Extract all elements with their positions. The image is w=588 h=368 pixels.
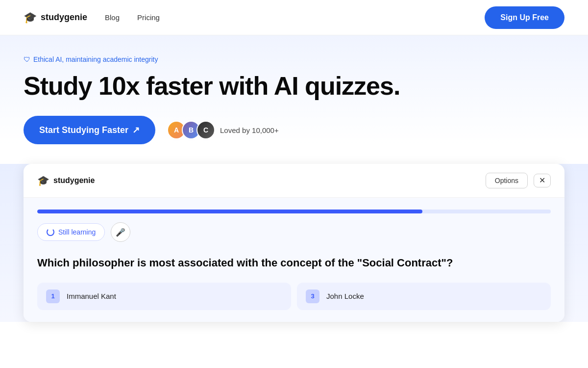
answer-text-3: John Locke <box>326 292 364 300</box>
nav-link-pricing[interactable]: Pricing <box>137 13 160 22</box>
card-body: Still learning 🎤 Which philosopher is mo… <box>24 198 564 322</box>
card-actions: Options ✕ <box>486 173 551 188</box>
avatars-group: A B C <box>167 121 215 139</box>
answer-grid: 1 Immanuel Kant 3 John Locke <box>37 283 551 310</box>
options-button[interactable]: Options <box>486 173 528 188</box>
question-text: Which philosopher is most associated wit… <box>37 256 551 271</box>
answer-option-3[interactable]: 3 John Locke <box>297 283 551 310</box>
answer-num-3: 3 <box>306 289 319 303</box>
start-studying-button[interactable]: Start Studying Faster ↗ <box>24 116 155 144</box>
start-studying-label: Start Studying Faster <box>39 125 128 135</box>
signup-button[interactable]: Sign Up Free <box>485 6 564 29</box>
answer-text-1: Immanuel Kant <box>67 292 116 300</box>
hero-title: Study 10x faster with AI quizzes. <box>24 72 564 100</box>
logo-text: studygenie <box>41 12 87 23</box>
loved-row: A B C Loved by 10,000+ <box>167 121 279 139</box>
ethics-badge: 🛡 Ethical AI, maintaining academic integ… <box>24 55 158 63</box>
answer-option-1[interactable]: 1 Immanuel Kant <box>37 283 291 310</box>
spin-icon <box>47 228 54 236</box>
card-logo-icon: 🎓 <box>37 175 49 186</box>
hero-cta-row: Start Studying Faster ↗ A B C Loved by 1… <box>24 116 564 144</box>
progress-bar-fill <box>37 210 422 213</box>
ethics-badge-text: Ethical AI, maintaining academic integri… <box>33 55 158 63</box>
mic-button[interactable]: 🎤 <box>111 222 130 242</box>
mic-icon: 🎤 <box>116 228 125 237</box>
answer-num-1: 1 <box>46 289 60 303</box>
logo-icon: 🎓 <box>24 11 37 24</box>
progress-bar-track <box>37 210 551 213</box>
avatar-3: C <box>196 121 215 139</box>
loved-text: Loved by 10,000+ <box>220 126 279 134</box>
controls-row: Still learning 🎤 <box>37 222 551 242</box>
card-logo-text: studygenie <box>53 176 95 185</box>
navbar: 🎓 studygenie Blog Pricing Sign Up Free <box>0 0 588 35</box>
hero-section: 🛡 Ethical AI, maintaining academic integ… <box>0 35 588 144</box>
nav-left: 🎓 studygenie Blog Pricing <box>24 11 160 24</box>
shield-icon: 🛡 <box>24 55 30 63</box>
quiz-card: 🎓 studygenie Options ✕ Still learning <box>24 164 564 322</box>
card-header: 🎓 studygenie Options ✕ <box>24 164 564 198</box>
still-learning-button[interactable]: Still learning <box>37 223 105 241</box>
logo[interactable]: 🎓 studygenie <box>24 11 87 24</box>
card-container: 🎓 studygenie Options ✕ Still learning <box>0 164 588 322</box>
progress-bar-wrap <box>37 210 551 213</box>
card-logo: 🎓 studygenie <box>37 175 95 186</box>
close-button[interactable]: ✕ <box>534 174 551 187</box>
still-learning-label: Still learning <box>58 228 96 236</box>
arrow-icon: ↗ <box>132 125 140 135</box>
nav-link-blog[interactable]: Blog <box>105 13 120 22</box>
